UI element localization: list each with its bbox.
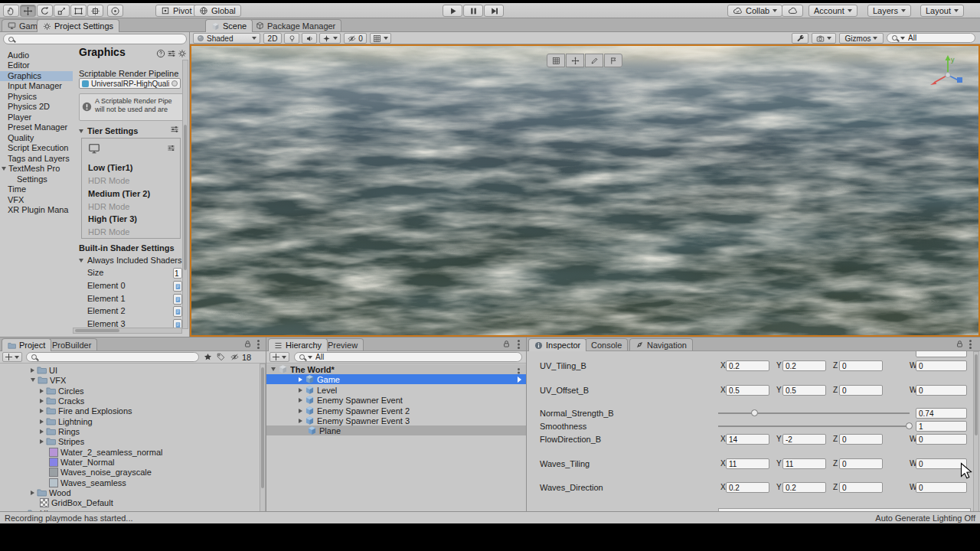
hierarchy-item-enemy-spawner-2[interactable]: Enemy Spawner Event 2 [266, 406, 526, 416]
vector-z-input[interactable] [839, 434, 883, 445]
y-axis-cone[interactable] [946, 55, 951, 60]
vector-z-input[interactable] [839, 360, 883, 371]
inspector-vertical-scrollbar[interactable] [973, 351, 979, 512]
settings-nav-vfx[interactable]: VFX [0, 195, 73, 205]
vector-y-input[interactable] [782, 458, 826, 469]
hand-tool-button[interactable] [3, 5, 19, 17]
settings-nav-audio[interactable]: Audio [0, 51, 73, 60]
tree-item-folder[interactable]: Cracks [0, 396, 266, 406]
collapse-arrow-icon[interactable] [271, 367, 276, 371]
overlay-move-button[interactable] [566, 54, 584, 67]
vector-w-input[interactable] [916, 458, 967, 469]
tab-console[interactable]: Console [585, 338, 628, 350]
hierarchy-item-enemy-spawner-3[interactable]: Enemy Spawner Event 3 [266, 416, 526, 425]
z-axis-cone[interactable] [957, 77, 962, 83]
gizmo-center[interactable] [946, 73, 951, 78]
tree-item-texture[interactable]: Water_2_seamless_normal [0, 447, 266, 457]
tab-package-manager[interactable]: Package Manager [250, 19, 341, 31]
expand-arrow-icon[interactable] [40, 409, 44, 413]
expand-arrow-icon[interactable] [2, 167, 6, 171]
pause-button[interactable] [463, 5, 483, 17]
hierarchy-search-input[interactable] [315, 353, 517, 361]
scene-viewport[interactable]: y [190, 44, 980, 337]
tree-item-folder[interactable]: VFX [0, 375, 266, 385]
overlay-draw-button[interactable] [585, 54, 603, 67]
scene-search-input[interactable] [908, 34, 970, 42]
help-icon[interactable] [156, 49, 165, 58]
tree-item-texture[interactable]: GridBox_Default [0, 497, 266, 507]
create-object-button[interactable] [270, 352, 289, 362]
vector-y-input[interactable] [782, 482, 826, 493]
vector-z-input[interactable] [839, 458, 883, 469]
vector-z-input[interactable] [839, 482, 883, 493]
settings-nav-xr-plugin[interactable]: XR Plugin Mana [0, 205, 73, 215]
menu-kebab-icon[interactable] [257, 340, 260, 342]
hierarchy-item-level[interactable]: Level [266, 385, 526, 395]
slider-value-input[interactable] [916, 408, 967, 419]
vector-y-input[interactable] [782, 385, 826, 396]
step-button[interactable] [484, 5, 504, 17]
expand-arrow-icon[interactable] [31, 491, 34, 495]
lock-icon[interactable] [502, 340, 511, 348]
scrollbar-thumb[interactable] [184, 125, 187, 270]
tree-item-folder[interactable]: Fire and Explosions [0, 406, 266, 416]
expand-arrow-icon[interactable] [40, 389, 44, 393]
tree-item-folder[interactable]: Lightning [0, 416, 266, 426]
auto-generate-lighting-status[interactable]: Auto Generate Lighting Off [875, 514, 975, 523]
layers-dropdown[interactable]: Layers [867, 5, 911, 17]
vector-y-input[interactable] [782, 434, 826, 445]
expand-arrow-icon[interactable] [299, 398, 302, 403]
label-tag-icon[interactable] [217, 353, 225, 361]
element-2-field[interactable] [173, 306, 182, 317]
transform-tool-button[interactable] [87, 5, 103, 17]
tree-item-texture[interactable]: Waves_noise_grayscale [0, 467, 266, 477]
hierarchy-item-plane[interactable]: Plane [266, 425, 526, 435]
monitor-icon[interactable] [88, 142, 100, 155]
lock-icon[interactable] [956, 340, 964, 348]
tab-project[interactable]: Project [2, 338, 51, 351]
slider-track[interactable] [718, 425, 910, 427]
hierarchy-item-game[interactable]: Game [266, 374, 526, 384]
tree-item-texture[interactable]: Water_Normal [0, 457, 266, 467]
tab-hierarchy[interactable]: Hierarchy [268, 338, 328, 351]
audio-toggle-button[interactable] [302, 33, 317, 44]
scrollbar-thumb[interactable] [261, 367, 264, 488]
vector-y-input[interactable] [782, 360, 826, 371]
settings-nav-physics[interactable]: Physics [0, 92, 73, 102]
settings-nav-textmesh-settings[interactable]: Settings [0, 174, 73, 184]
tab-inspector[interactable]: Inspector [528, 338, 586, 351]
slider-handle[interactable] [751, 409, 758, 416]
pivot-toggle-button[interactable]: Pivot [155, 5, 197, 17]
hierarchy-search-field[interactable] [294, 352, 522, 362]
project-vertical-scrollbar[interactable] [260, 364, 266, 512]
draw-mode-dropdown[interactable]: Shaded [193, 33, 260, 44]
scene-header-row[interactable]: The World* [266, 364, 526, 374]
scene-search-field[interactable] [887, 33, 975, 43]
tree-item-folder[interactable]: UI [0, 365, 266, 375]
editor-tools-button[interactable] [792, 33, 808, 44]
scrollbar-thumb[interactable] [75, 329, 119, 332]
slider-value-input[interactable] [916, 421, 967, 432]
expand-arrow-icon[interactable] [31, 368, 34, 373]
project-search-field[interactable] [26, 352, 199, 362]
layout-dropdown[interactable]: Layout [920, 5, 964, 17]
menu-kebab-icon[interactable] [969, 340, 972, 342]
move-tool-button[interactable] [20, 5, 36, 17]
vector-x-input[interactable] [726, 434, 769, 445]
expand-arrow-icon[interactable] [40, 439, 44, 444]
menu-kebab-icon[interactable] [518, 340, 520, 342]
tree-item-folder[interactable]: Stripes [0, 436, 266, 446]
tier-settings-foldout[interactable]: Tier Settings [79, 126, 138, 135]
tree-item-folder[interactable]: Rings [0, 426, 266, 436]
vector-w-input[interactable] [916, 360, 967, 371]
preset-icon[interactable] [167, 49, 176, 58]
lock-icon[interactable] [243, 340, 252, 348]
2d-toggle-button[interactable]: 2D [263, 33, 282, 44]
vector-x-input[interactable] [726, 360, 769, 371]
hidden-eye-icon[interactable] [230, 353, 239, 361]
settings-nav-textmesh-pro[interactable]: TextMesh Pro [0, 164, 73, 174]
project-search-input[interactable] [40, 353, 194, 361]
vector-w-input[interactable] [916, 434, 967, 445]
always-included-foldout[interactable]: Always Included Shaders [79, 256, 182, 265]
settings-nav-time[interactable]: Time [0, 184, 73, 194]
